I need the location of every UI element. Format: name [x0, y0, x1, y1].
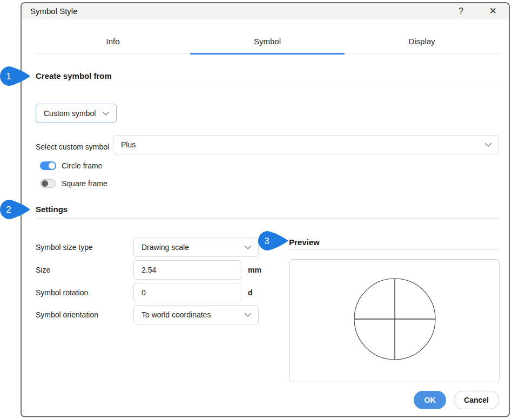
circle-frame-label: Circle frame	[62, 161, 102, 170]
select-custom-symbol-dropdown[interactable]: Plus	[113, 135, 499, 154]
symbol-source-value: Custom symbol	[44, 109, 96, 118]
symbol-rotation-label: Symbol rotation	[36, 288, 133, 297]
svg-text:2: 2	[6, 205, 11, 215]
symbol-orientation-value: To world coordinates	[142, 310, 211, 319]
section-divider	[36, 218, 499, 219]
symbol-style-dialog: Symbol Style ? ✕ Info Symbol Display Cre…	[21, 2, 510, 417]
square-frame-toggle[interactable]: Square frame	[40, 179, 107, 188]
tab-bar: Info Symbol Display	[36, 33, 499, 54]
section-divider	[289, 249, 499, 250]
symbol-source-dropdown[interactable]: Custom symbol	[36, 104, 117, 123]
symbol-preview-panel	[289, 259, 500, 382]
callout-3-marker: 3	[258, 231, 289, 250]
chevron-down-icon	[244, 313, 252, 317]
callout-1-marker: 1	[0, 66, 31, 86]
settings-heading: Settings	[36, 205, 68, 214]
size-label: Size	[36, 266, 133, 274]
section-divider	[36, 85, 499, 85]
symbol-orientation-dropdown[interactable]: To world coordinates	[133, 305, 259, 324]
tab-display[interactable]: Display	[345, 33, 499, 53]
help-icon[interactable]: ?	[459, 3, 463, 19]
circle-frame-toggle[interactable]: Circle frame	[40, 161, 102, 171]
chevron-down-icon	[484, 143, 492, 147]
svg-text:1: 1	[6, 71, 11, 82]
dialog-title: Symbol Style	[30, 3, 78, 19]
chevron-down-icon	[102, 111, 110, 116]
preview-heading: Preview	[289, 238, 320, 247]
screen: Symbol Style ? ✕ Info Symbol Display Cre…	[0, 0, 512, 420]
ok-button[interactable]: OK	[414, 391, 446, 409]
dialog-titlebar[interactable]: Symbol Style ? ✕	[22, 3, 509, 19]
select-custom-symbol-label: Select custom symbol	[36, 140, 109, 153]
size-input[interactable]	[133, 260, 241, 280]
symbol-orientation-label: Symbol orientation	[36, 310, 133, 319]
chevron-down-icon	[244, 245, 252, 250]
symbol-size-type-value: Drawing scale	[142, 243, 189, 252]
close-icon[interactable]: ✕	[489, 3, 497, 19]
symbol-rotation-input[interactable]	[133, 283, 241, 302]
callout-2-marker: 2	[0, 200, 31, 219]
square-frame-label: Square frame	[62, 179, 107, 188]
tab-info[interactable]: Info	[36, 33, 190, 53]
select-custom-symbol-value: Plus	[121, 140, 136, 149]
cancel-button[interactable]: Cancel	[454, 391, 499, 409]
size-unit: mm	[248, 266, 261, 274]
toggle-off-icon	[40, 179, 56, 188]
symbol-size-type-dropdown[interactable]: Drawing scale	[133, 238, 259, 257]
toggle-on-icon	[40, 161, 56, 170]
create-symbol-from-heading: Create symbol from	[36, 71, 112, 80]
symbol-rotation-unit: d	[248, 288, 253, 297]
tab-symbol[interactable]: Symbol	[190, 33, 345, 53]
preview-symbol-plus-in-circle	[289, 260, 499, 382]
svg-text:3: 3	[264, 236, 269, 246]
symbol-size-type-label: Symbol size type	[36, 243, 133, 252]
